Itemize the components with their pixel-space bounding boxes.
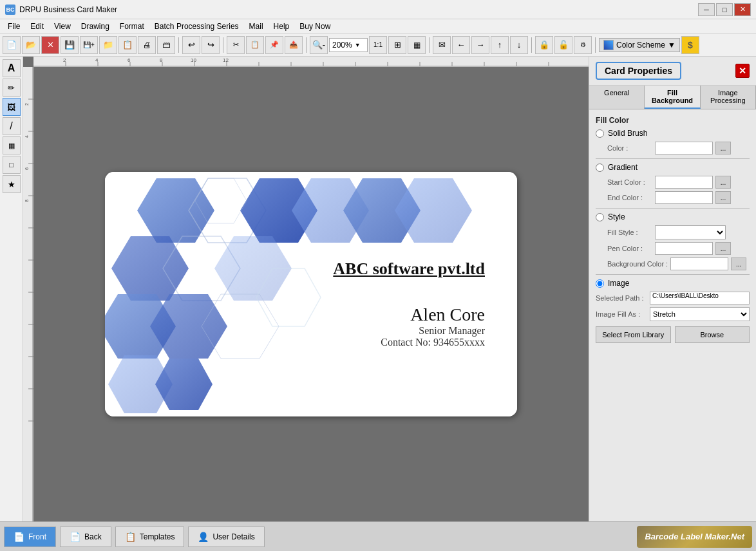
maximize-button[interactable]: □ — [716, 3, 733, 16]
menu-file[interactable]: File — [3, 21, 25, 32]
title-bar: BC DRPU Business Card Maker ─ □ ✕ — [0, 0, 756, 19]
browse-button[interactable]: Browse — [675, 326, 750, 343]
zoom-fit-button[interactable]: 1:1 — [369, 36, 387, 54]
tab-image-processing[interactable]: Image Processing — [701, 86, 756, 109]
selected-path-value[interactable]: C:\Users\IBALL\Deskto — [650, 292, 750, 304]
style-radio[interactable] — [596, 213, 604, 221]
star-tool-button[interactable]: ★ — [3, 175, 21, 193]
grid-button[interactable]: ⊞ — [388, 36, 406, 54]
separator-4 — [429, 37, 430, 53]
menu-format[interactable]: Format — [115, 21, 149, 32]
arrow-right-button[interactable]: → — [471, 36, 489, 54]
zoom-out-button[interactable]: 🔍- — [310, 36, 328, 54]
page-button[interactable]: 📋 — [118, 36, 137, 54]
person-name: Alen Core — [410, 304, 485, 325]
tab-front[interactable]: 📄 Front — [4, 527, 56, 547]
gradient-radio[interactable] — [596, 163, 604, 172]
new-button[interactable]: 📄 — [3, 36, 21, 54]
svg-rect-0 — [33, 57, 589, 67]
gradient-row: Gradient — [596, 163, 750, 172]
shape-toolbar: A ✏ 🖼 / ▦ □ ★ — [0, 57, 23, 521]
tab-back[interactable]: 📄 Back — [60, 527, 111, 547]
dollar-button[interactable]: $ — [681, 36, 699, 54]
main-toolbar: 📄 📂 ✕ 💾 💾+ 📁 📋 🖨 🗃 ↩ ↪ ✂ 📋 📌 📤 🔍- 200% ▼… — [0, 33, 756, 57]
minimize-button[interactable]: ─ — [698, 3, 715, 16]
image-tool-button[interactable]: 🖼 — [3, 98, 21, 116]
tab-templates[interactable]: 📋 Templates — [115, 527, 185, 547]
solid-brush-row: Solid Brush — [596, 129, 750, 138]
menu-edit[interactable]: Edit — [25, 21, 49, 32]
shape-tool-button[interactable]: □ — [3, 156, 21, 174]
tab-general[interactable]: General — [589, 86, 645, 109]
save-as-button[interactable]: 💾+ — [80, 36, 98, 54]
open-button[interactable]: 📂 — [22, 36, 40, 54]
text-tool-button[interactable]: A — [3, 59, 21, 77]
panel-tabs: General Fill Background Image Processing — [589, 86, 756, 109]
lock1-button[interactable]: 🔒 — [535, 36, 553, 54]
menu-buynow[interactable]: Buy Now — [294, 21, 335, 32]
panel-close-button[interactable]: ✕ — [735, 64, 750, 78]
barcode-tool-button[interactable]: ▦ — [3, 136, 21, 154]
business-card[interactable]: ABC software pvt.ltd Alen Core Senior Ma… — [105, 172, 517, 416]
redo-button[interactable]: ↪ — [202, 36, 220, 54]
arrow-up-button[interactable]: ↑ — [491, 36, 509, 54]
end-color-input[interactable] — [655, 191, 713, 204]
svg-text:8: 8 — [160, 57, 163, 63]
color-input[interactable] — [655, 142, 713, 154]
arrow-down-button[interactable]: ↓ — [510, 36, 528, 54]
fill-style-row: Fill Style : — [607, 225, 750, 239]
table-button[interactable]: ▦ — [408, 36, 426, 54]
start-color-btn[interactable]: ... — [715, 176, 731, 189]
pen-color-input[interactable] — [655, 242, 713, 255]
front-tab-icon: 📄 — [14, 532, 24, 542]
menu-view[interactable]: View — [49, 21, 76, 32]
close-button[interactable]: ✕ — [734, 3, 751, 16]
fill-style-select[interactable] — [655, 225, 726, 239]
more1-button[interactable]: ⚙ — [574, 36, 592, 54]
zoom-combo[interactable]: 200% ▼ — [329, 38, 368, 52]
paste-button[interactable]: 📌 — [265, 36, 283, 54]
style-row: Style — [596, 212, 750, 221]
menu-mail[interactable]: Mail — [244, 21, 269, 32]
pen-tool-button[interactable]: ✏ — [3, 79, 21, 97]
canvas-content[interactable]: ABC software pvt.ltd Alen Core Senior Ma… — [33, 67, 589, 521]
cut-button[interactable]: ✂ — [227, 36, 245, 54]
database-button[interactable]: 🗃 — [157, 36, 175, 54]
bg-color-input[interactable] — [670, 257, 728, 270]
select-from-library-button[interactable]: Select From Library — [596, 326, 671, 343]
selected-path-label: Selected Path : — [596, 294, 647, 302]
close-doc-button[interactable]: ✕ — [41, 36, 59, 54]
line-tool-button[interactable]: / — [3, 117, 21, 135]
templates-tab-icon: 📋 — [125, 532, 136, 542]
color-scheme-button[interactable]: Color Scheme ▼ — [599, 38, 680, 52]
svg-rect-24 — [23, 67, 33, 521]
svg-text:2: 2 — [63, 57, 66, 63]
end-color-btn[interactable]: ... — [715, 191, 731, 204]
undo-button[interactable]: ↩ — [182, 36, 200, 54]
email-button[interactable]: ✉ — [433, 36, 451, 54]
arrow-left-button[interactable]: ← — [452, 36, 470, 54]
color-btn[interactable]: ... — [715, 142, 731, 154]
export-button[interactable]: 📤 — [285, 36, 303, 54]
selected-path-row: Selected Path : C:\Users\IBALL\Deskto — [596, 292, 750, 304]
svg-text:4: 4 — [24, 135, 29, 138]
fill-as-select[interactable]: Stretch Tile Center Zoom — [650, 307, 750, 321]
menu-batch[interactable]: Batch Processing Series — [149, 21, 244, 32]
menu-help[interactable]: Help — [269, 21, 295, 32]
image-label: Image — [608, 279, 629, 288]
tab-user-details[interactable]: 👤 User Details — [188, 527, 264, 547]
image-radio[interactable] — [596, 279, 604, 288]
tab-fill-background[interactable]: Fill Background — [645, 86, 700, 109]
print-button[interactable]: 🖨 — [138, 36, 156, 54]
solid-brush-radio[interactable] — [596, 129, 604, 138]
lock2-button[interactable]: 🔓 — [554, 36, 572, 54]
barcode-banner-text: Barcode Label Maker.Net — [645, 532, 744, 541]
copy-button[interactable]: 📋 — [246, 36, 264, 54]
pen-color-btn[interactable]: ... — [715, 242, 731, 255]
start-color-input[interactable] — [655, 176, 713, 189]
menu-drawing[interactable]: Drawing — [76, 21, 115, 32]
bg-color-btn[interactable]: ... — [731, 257, 746, 270]
open-folder-button[interactable]: 📁 — [99, 36, 117, 54]
ruler-left: 2 4 6 8 — [23, 67, 33, 521]
save-button[interactable]: 💾 — [61, 36, 79, 54]
